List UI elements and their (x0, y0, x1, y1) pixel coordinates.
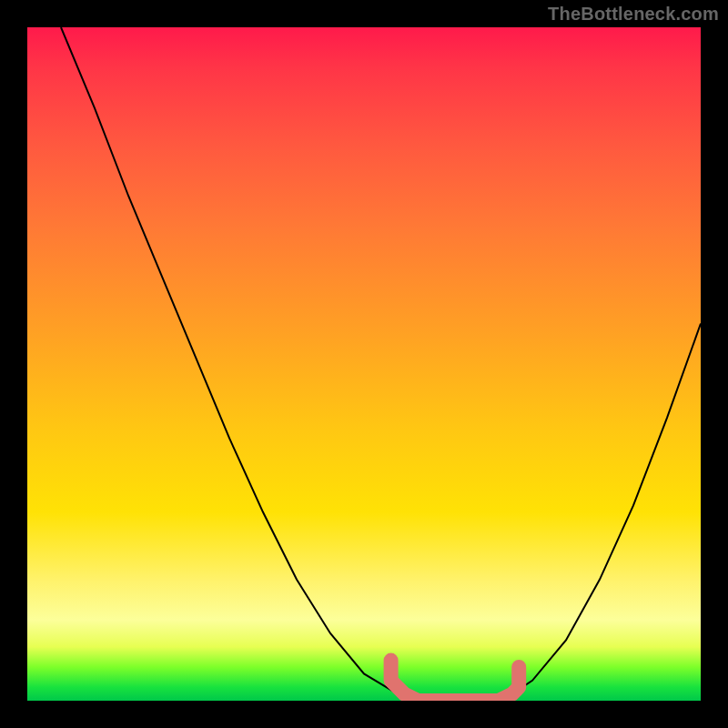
watermark-text: TheBottleneck.com (548, 4, 719, 25)
bottleneck-curve (61, 27, 701, 701)
highlight-band (391, 661, 520, 701)
chart-stage: TheBottleneck.com (0, 0, 728, 728)
chart-overlay (27, 27, 701, 701)
